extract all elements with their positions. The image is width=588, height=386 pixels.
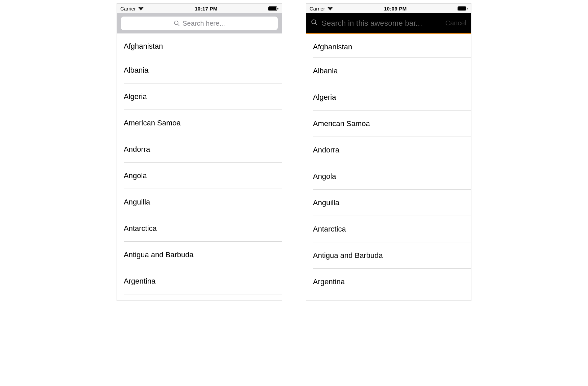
- wifi-icon: [327, 6, 333, 11]
- list-item-label: Angola: [124, 171, 147, 180]
- search-icon: [311, 19, 318, 28]
- svg-line-9: [315, 23, 317, 25]
- status-right: [458, 6, 468, 11]
- list-item[interactable]: Anguilla: [117, 189, 282, 215]
- list-item-label: Algeria: [313, 93, 336, 102]
- battery-icon: [458, 6, 468, 11]
- list-item-label: Afghanistan: [124, 42, 163, 51]
- carrier-label: Carrier: [120, 6, 136, 11]
- list-item[interactable]: Afghanistan: [117, 33, 282, 57]
- cancel-button[interactable]: Cancel: [445, 19, 466, 27]
- search-bar: Search in this awesome bar... Cancel: [306, 13, 471, 34]
- search-icon: [174, 20, 180, 26]
- list-item-label: Antarctica: [313, 225, 346, 234]
- country-list[interactable]: Afghanistan Albania Algeria American Sam…: [117, 33, 282, 300]
- list-item-label: Andorra: [313, 146, 339, 154]
- list-item[interactable]: Antarctica: [306, 216, 471, 242]
- list-item-label: Antigua and Barbuda: [124, 250, 194, 259]
- list-item[interactable]: Anguilla: [306, 190, 471, 216]
- svg-rect-1: [269, 7, 276, 10]
- list-item[interactable]: Algeria: [117, 83, 282, 110]
- search-placeholder: Search here...: [182, 20, 225, 27]
- list-item[interactable]: Argentina: [306, 269, 471, 295]
- search-input[interactable]: Search in this awesome bar...: [311, 19, 441, 28]
- wifi-icon: [138, 6, 144, 11]
- status-left: Carrier: [310, 6, 333, 11]
- list-item[interactable]: Afghanistan: [306, 34, 471, 58]
- list-item-label: Argentina: [313, 278, 345, 286]
- list-item[interactable]: Angola: [117, 163, 282, 189]
- svg-rect-6: [458, 7, 466, 10]
- search-bar: Search here...: [117, 13, 282, 33]
- list-item-label: Angola: [313, 172, 336, 181]
- list-item[interactable]: Antigua and Barbuda: [117, 242, 282, 268]
- list-item-label: Albania: [313, 67, 338, 75]
- phone-left: Carrier 10:17 PM Search here... Afghanis…: [117, 3, 282, 301]
- list-item-label: Anguilla: [313, 198, 339, 207]
- status-right: [268, 6, 278, 11]
- list-item[interactable]: Angola: [306, 163, 471, 190]
- list-item-label: American Samoa: [313, 119, 370, 128]
- carrier-label: Carrier: [310, 6, 325, 11]
- list-item[interactable]: Antarctica: [117, 215, 282, 242]
- svg-rect-7: [467, 8, 468, 9]
- status-bar: Carrier 10:17 PM: [117, 4, 282, 13]
- search-input[interactable]: Search here...: [121, 17, 278, 30]
- list-item-label: Albania: [124, 66, 148, 75]
- status-bar: Carrier 10:09 PM: [306, 4, 471, 13]
- list-item[interactable]: Albania: [117, 57, 282, 83]
- list-item[interactable]: Andorra: [117, 136, 282, 163]
- list-item-label: Andorra: [124, 145, 150, 154]
- list-item-label: Afghanistan: [313, 43, 352, 51]
- country-list[interactable]: Afghanistan Albania Algeria American Sam…: [306, 34, 471, 300]
- list-item[interactable]: American Samoa: [117, 110, 282, 136]
- status-time: 10:17 PM: [195, 6, 217, 11]
- list-item[interactable]: American Samoa: [306, 111, 471, 137]
- list-item[interactable]: Antigua and Barbuda: [306, 242, 471, 269]
- list-item-label: Antarctica: [124, 224, 157, 233]
- list-item-label: Anguilla: [124, 198, 150, 207]
- svg-rect-2: [277, 8, 278, 9]
- search-placeholder: Search in this awesome bar...: [322, 19, 422, 28]
- list-item-label: American Samoa: [124, 119, 181, 127]
- list-item-label: Algeria: [124, 92, 147, 101]
- battery-icon: [268, 6, 278, 11]
- list-item[interactable]: Andorra: [306, 137, 471, 163]
- list-item-label: Antigua and Barbuda: [313, 251, 383, 260]
- svg-line-4: [178, 24, 179, 26]
- list-item-label: Argentina: [124, 277, 155, 286]
- status-time: 10:09 PM: [384, 6, 407, 11]
- list-item[interactable]: Algeria: [306, 84, 471, 111]
- list-item[interactable]: Argentina: [117, 268, 282, 294]
- phone-right: Carrier 10:09 PM Search in this awesome …: [306, 3, 471, 301]
- status-left: Carrier: [120, 6, 144, 11]
- list-item[interactable]: Albania: [306, 58, 471, 84]
